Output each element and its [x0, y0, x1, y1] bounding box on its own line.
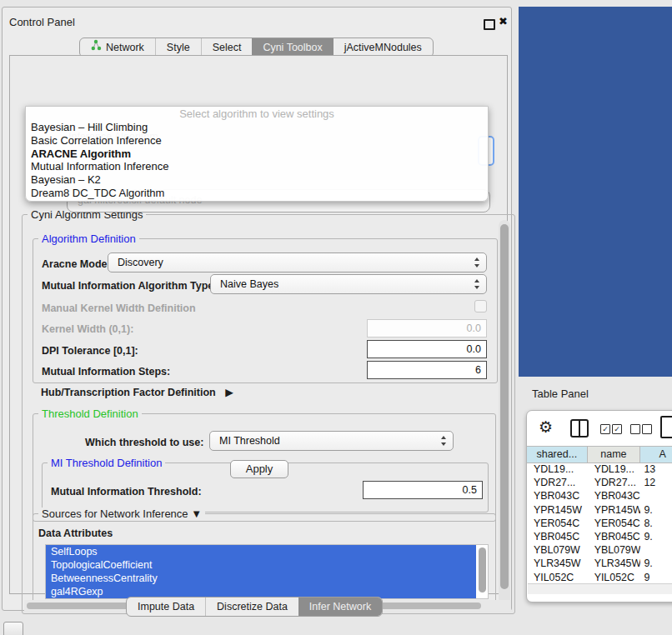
kernel-width-label: Kernel Width (0,1):: [42, 323, 133, 335]
dpi-tolerance-field[interactable]: 0.0: [367, 340, 487, 358]
tab-select[interactable]: Select: [201, 38, 253, 57]
table-cell: 13: [640, 462, 672, 476]
table-row[interactable]: YER054CYER054C8.: [527, 517, 672, 530]
aracne-mode-combo[interactable]: Discovery: [108, 252, 487, 272]
expand-right-icon[interactable]: ▶: [225, 387, 233, 398]
algorithm-definition-group: Algorithm Definition Aracne Mode: Discov…: [33, 238, 498, 383]
table-row[interactable]: YBR043CYBR043C: [527, 489, 672, 502]
tab-label: Select: [213, 38, 242, 57]
table-cell: YDL19...: [588, 462, 641, 476]
table-cell: [640, 489, 672, 502]
close-icon[interactable]: ✖: [499, 15, 508, 28]
screen: Control Panel ✖ NetworkStyleSelectCyni T…: [0, 0, 672, 635]
table-cell: 9.: [640, 530, 672, 543]
table-cell: YBR043C: [588, 489, 641, 502]
table-row[interactable]: YDL19...YDL19...13: [527, 462, 672, 476]
gear-icon[interactable]: ⚙: [539, 418, 553, 436]
select-all-checkbox-icon[interactable]: ✓: [600, 424, 610, 434]
combo-arrows-icon: [441, 435, 447, 447]
sources-group: Sources for Network Inference ▼ Data Att…: [33, 513, 496, 603]
tab-style[interactable]: Style: [155, 38, 201, 57]
kernel-width-field[interactable]: 0.0: [367, 319, 487, 338]
dpi-tolerance-label: DPI Tolerance [0,1]:: [42, 345, 138, 357]
attribute-item-selected[interactable]: SelfLoops: [46, 545, 476, 558]
tab-label: Network: [106, 38, 144, 57]
table-row[interactable]: YPR145WYPR145W9.: [527, 503, 672, 517]
manual-kernel-checkbox[interactable]: [474, 300, 487, 312]
table-row[interactable]: YDR27...YDR27...12: [527, 476, 672, 489]
attribute-item-selected[interactable]: BetweennessCentrality: [46, 572, 476, 585]
aracne-mode-label: Aracne Mode:: [42, 258, 111, 270]
bottom-corner-button[interactable]: [3, 622, 23, 635]
table-cell: YBR045C: [527, 530, 588, 543]
table-row[interactable]: YLR345WYLR345W9.: [527, 557, 672, 570]
aracne-mode-value: Discovery: [118, 257, 163, 268]
which-threshold-label: Which threshold to use:: [85, 437, 203, 448]
column-header[interactable]: A: [640, 447, 672, 462]
control-panel-window: Control Panel ✖ NetworkStyleSelectCyni T…: [2, 7, 512, 611]
table-cell: 12: [640, 476, 672, 489]
settings-vertical-scrollbar[interactable]: [499, 220, 510, 605]
threshold-definition-title: Threshold Definition: [38, 408, 142, 420]
mi-steps-field[interactable]: 6: [367, 361, 487, 379]
document-icon[interactable]: [660, 416, 672, 438]
table-cell: YER054C: [588, 517, 641, 530]
tab-discretize-data[interactable]: Discretize Data: [205, 598, 298, 616]
table-cell: YBL079W: [527, 543, 588, 557]
algorithm-item[interactable]: Bayesian – K2: [26, 173, 488, 187]
tab-infer-network[interactable]: Infer Network: [298, 598, 382, 616]
mi-type-label: Mutual Information Algorithm Type:: [42, 280, 217, 292]
table-panel-title: Table Panel: [532, 388, 589, 400]
tab-impute-data[interactable]: Impute Data: [127, 598, 205, 616]
table-header-row: shared...nameA: [527, 446, 672, 463]
table-cell: YDR27...: [527, 476, 588, 489]
table-window: ⚙ ✓ ✓ shared...nameA YDL19...YDL19...13Y…: [526, 410, 672, 602]
bottom-tab-bar: Impute DataDiscretize DataInfer Network: [126, 597, 383, 617]
tab-cyni-toolbox[interactable]: Cyni Toolbox: [252, 38, 333, 57]
float-window-icon[interactable]: [484, 19, 495, 30]
mi-type-combo[interactable]: Naive Bayes: [210, 274, 487, 294]
data-attributes-label: Data Attributes: [38, 528, 113, 539]
table-cell: [640, 543, 672, 557]
column-header[interactable]: name: [588, 447, 641, 462]
select-all-checkbox-icon[interactable]: ✓: [612, 424, 622, 434]
sources-title-label: Sources for Network Inference: [42, 508, 188, 520]
apply-button[interactable]: Apply: [230, 460, 288, 478]
table-row[interactable]: YBR045CYBR045C9.: [527, 530, 672, 543]
algorithm-item[interactable]: Bayesian – Hill Climbing: [26, 121, 488, 134]
algorithm-item[interactable]: ARACNE Algorithm: [26, 148, 488, 161]
sources-title[interactable]: Sources for Network Inference ▼: [38, 508, 205, 520]
hub-definition-label: Hub/Transcription Factor Definition: [41, 387, 216, 398]
column-header[interactable]: shared...: [527, 447, 588, 462]
table-cell: YPR145W: [527, 503, 588, 517]
table-row[interactable]: YBL079WYBL079W: [527, 543, 672, 557]
hub-definition-toggle[interactable]: Hub/Transcription Factor Definition ▶: [41, 386, 233, 398]
tab-jactivemnodules[interactable]: jActiveMNodules: [333, 38, 433, 57]
algorithm-definition-title: Algorithm Definition: [38, 232, 139, 245]
table-cell: YPR145W: [588, 503, 641, 517]
settings-vertical-scrollbar-thumb[interactable]: [500, 224, 509, 589]
mi-threshold-label: Mutual Information Threshold:: [51, 486, 202, 498]
network-view-panel: GAL GAL80 GAL10 GAL1 GAL11 SWI4 GAL4 GCY…: [519, 7, 672, 377]
column-layout-icon[interactable]: [570, 419, 589, 438]
table-row[interactable]: YIL052CYIL052C9: [527, 571, 672, 584]
table-cell: YDR27...: [588, 476, 641, 489]
collapse-down-icon[interactable]: ▼: [191, 508, 202, 520]
mi-threshold-definition-title: MI Threshold Definition: [48, 457, 165, 469]
algorithm-dropdown-popup: Select algorithm to view settings Bayesi…: [25, 106, 489, 202]
algorithm-item[interactable]: Dream8 DC_TDC Algorithm: [26, 187, 488, 200]
table-cell: YLR345W: [588, 557, 641, 570]
attributes-scrollbar-thumb[interactable]: [479, 548, 486, 592]
deselect-checkbox-icon[interactable]: [630, 424, 640, 434]
table-cell: YLR345W: [527, 557, 588, 570]
table-body: YDL19...YDL19...13YDR27...YDR27...12YBR0…: [527, 462, 672, 584]
algorithm-item[interactable]: Basic Correlation Inference: [26, 134, 488, 148]
attribute-item-selected[interactable]: TopologicalCoefficient: [46, 558, 476, 572]
deselect-checkbox-icon[interactable]: [642, 424, 652, 434]
which-threshold-combo[interactable]: MI Threshold: [209, 431, 454, 451]
table-horizontal-scrollbar[interactable]: [528, 583, 672, 594]
tab-network[interactable]: Network: [80, 38, 155, 57]
algorithm-item[interactable]: Mutual Information Inference: [26, 160, 488, 173]
table-cell: 8.: [640, 517, 672, 530]
mi-threshold-field[interactable]: 0.5: [363, 481, 483, 499]
